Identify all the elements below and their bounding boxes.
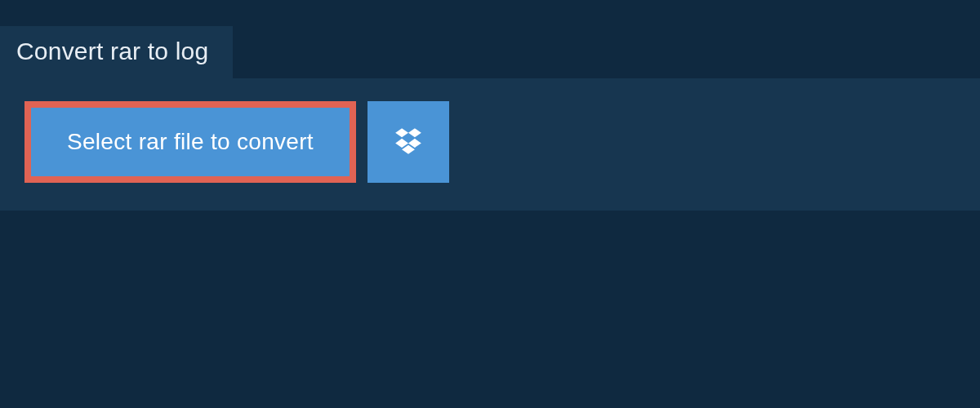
tab-convert[interactable]: Convert rar to log <box>0 26 233 78</box>
page-background <box>0 211 980 408</box>
converter-panel: Select rar file to convert <box>0 78 980 211</box>
tab-label: Convert rar to log <box>16 38 208 64</box>
dropbox-icon <box>393 126 424 159</box>
select-file-label: Select rar file to convert <box>67 129 314 155</box>
dropbox-button[interactable] <box>368 101 449 183</box>
tab-bar: Convert rar to log <box>0 0 980 78</box>
select-file-button[interactable]: Select rar file to convert <box>24 101 356 183</box>
